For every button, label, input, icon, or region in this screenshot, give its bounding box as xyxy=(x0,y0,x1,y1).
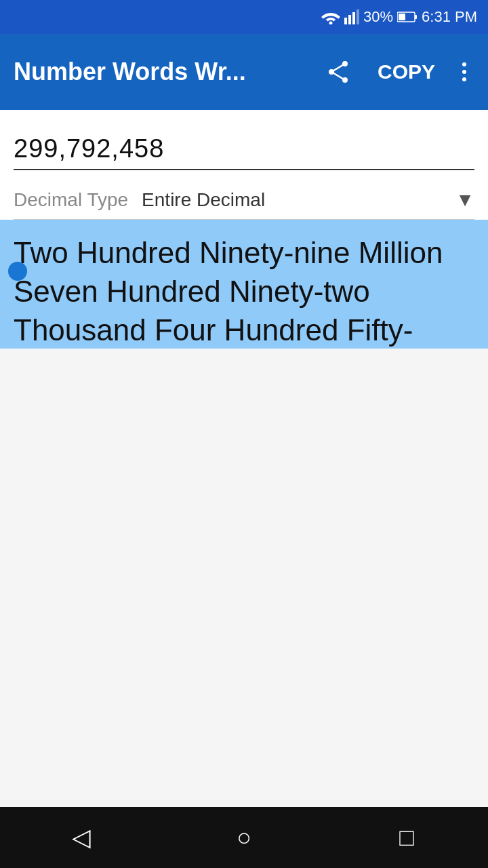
more-icon xyxy=(462,62,466,81)
back-button[interactable]: ◁ xyxy=(54,810,108,865)
decimal-type-row[interactable]: Decimal Type Entire Decimal ▼ xyxy=(14,184,474,220)
svg-rect-7 xyxy=(399,14,405,20)
share-icon xyxy=(326,60,350,84)
battery-icon xyxy=(397,11,418,23)
back-icon: ◁ xyxy=(72,823,91,852)
selection-handle-left xyxy=(8,262,27,281)
copy-button[interactable]: COPY xyxy=(369,55,443,89)
dropdown-arrow-icon[interactable]: ▼ xyxy=(455,189,474,211)
app-title: Number Words Wr... xyxy=(14,58,307,86)
number-display[interactable]: 299,792,458 xyxy=(14,134,474,163)
svg-line-12 xyxy=(331,72,345,80)
status-bar: 30% 6:31 PM xyxy=(0,0,488,34)
svg-rect-3 xyxy=(352,12,355,24)
app-bar: Number Words Wr... COPY xyxy=(0,34,488,110)
time-text: 6:31 PM xyxy=(422,8,477,26)
signal-icon xyxy=(344,9,359,24)
decimal-type-value: Entire Decimal xyxy=(142,189,455,211)
svg-line-11 xyxy=(331,64,345,72)
svg-rect-2 xyxy=(348,15,351,24)
recent-icon: □ xyxy=(399,823,414,852)
share-button[interactable] xyxy=(318,54,359,90)
recent-button[interactable]: □ xyxy=(380,810,434,865)
home-button[interactable]: ○ xyxy=(217,810,271,865)
battery-text: 30% xyxy=(363,8,393,26)
svg-rect-4 xyxy=(357,9,359,24)
empty-area xyxy=(0,349,488,807)
svg-rect-1 xyxy=(344,18,347,24)
more-options-button[interactable] xyxy=(454,57,474,87)
svg-point-0 xyxy=(329,22,333,25)
home-icon: ○ xyxy=(237,823,251,852)
nav-bar: ◁ ○ □ xyxy=(0,807,488,868)
decimal-type-label: Decimal Type xyxy=(14,189,128,211)
svg-rect-6 xyxy=(415,15,417,19)
wifi-icon xyxy=(321,9,340,24)
number-input-container[interactable]: 299,792,458 xyxy=(14,123,474,170)
status-icons: 30% 6:31 PM xyxy=(321,8,477,26)
